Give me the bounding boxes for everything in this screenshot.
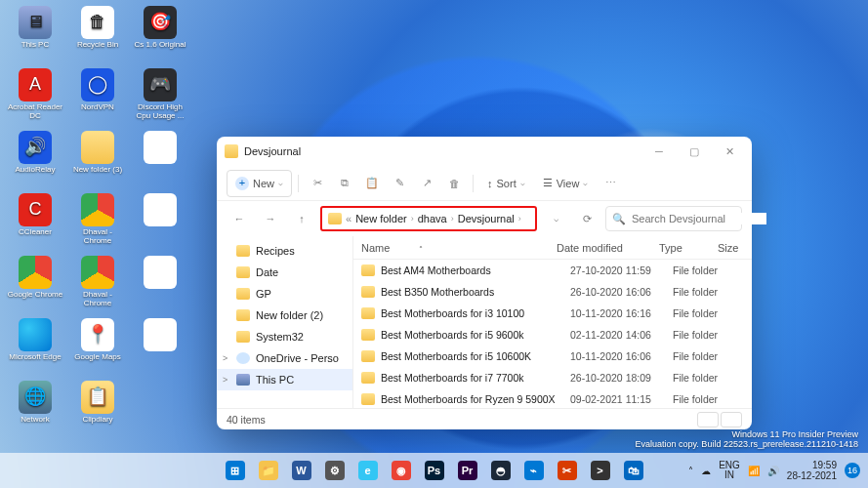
notification-badge[interactable]: 16	[845, 463, 860, 478]
file-row[interactable]: Best Motherboards for i3 10100 10-11-202…	[353, 303, 752, 324]
titlebar[interactable]: Devsjournal ─ ▢ ✕	[217, 137, 752, 166]
sidebar-item[interactable]: GP	[217, 283, 352, 305]
tray-cloud-icon[interactable]: ☁	[701, 466, 711, 476]
share-icon[interactable]: ↗	[414, 171, 439, 196]
clock[interactable]: 19:59 28-12-2021	[787, 460, 837, 481]
desktop-icon-acrobat[interactable]: AAcrobat Reader DC	[6, 68, 64, 127]
new-button[interactable]: + New ⌵	[227, 170, 292, 197]
maximize-button[interactable]: ▢	[680, 140, 709, 163]
taskbar-app-explorer[interactable]: 📁	[255, 457, 282, 484]
desktop-icon-dhaval-chrome[interactable]: Dhaval - Chrome	[68, 193, 127, 252]
system-tray[interactable]: ˄ ☁ ENG IN 📶 🔊 19:59 28-12-2021 16	[688, 460, 860, 481]
taskbar-app-store[interactable]: 🛍	[620, 457, 647, 484]
taskbar-app-terminal[interactable]: >	[587, 457, 614, 484]
tray-lang[interactable]: ENG IN	[719, 461, 740, 480]
up-button[interactable]: ↑	[289, 206, 314, 231]
sort-button[interactable]: ↕ Sort ⌵	[479, 170, 533, 197]
wifi-icon[interactable]: 📶	[748, 466, 760, 476]
file-row[interactable]: Best B350 Motherboards 26-10-2020 16:06 …	[353, 281, 752, 303]
breadcrumb-seg[interactable]: Devsjournal	[458, 213, 515, 224]
desktop-icon-blank3[interactable]	[131, 256, 189, 314]
thumb-view-toggle[interactable]	[721, 412, 742, 427]
more-icon[interactable]: ⋯	[598, 171, 623, 196]
breadcrumb-seg[interactable]: dhava	[418, 213, 447, 224]
sidebar-item[interactable]: System32	[217, 326, 352, 347]
search-box[interactable]: 🔍	[605, 206, 742, 231]
col-name[interactable]: Name	[361, 242, 390, 254]
cut-icon[interactable]: ✂	[305, 171, 330, 196]
taskbar-app-photoshop[interactable]: Ps	[421, 457, 448, 484]
taskbar-app-snip[interactable]: ✂	[554, 457, 581, 484]
acrobat-icon: A	[19, 68, 52, 102]
desktop-icon-blank2[interactable]	[131, 193, 189, 252]
col-type[interactable]: Type	[659, 242, 718, 254]
taskbar-app-chrome[interactable]: ◉	[388, 457, 415, 484]
column-headers[interactable]: Name˄ Date modified Type Size	[353, 236, 752, 260]
desktop-icon-dhaval-chrome2[interactable]: Dhaval - Chrome	[68, 256, 127, 314]
desktop-icon-cs16[interactable]: 🎯Cs 1.6 Original	[131, 6, 189, 64]
desktop-icon-audiorelay[interactable]: 🔊AudioRelay	[6, 131, 64, 189]
close-button[interactable]: ✕	[715, 140, 744, 163]
back-button[interactable]: ←	[227, 206, 252, 231]
desktop-icon-google-chrome[interactable]: Google Chrome	[6, 256, 64, 314]
paste-icon[interactable]: 📋	[359, 171, 385, 196]
desktop-icon-nordvpn[interactable]: ◯NordVPN	[68, 68, 127, 127]
desktop-icon-recycle-bin[interactable]: 🗑Recycle Bin	[68, 6, 127, 64]
recycle-bin-icon: 🗑	[81, 6, 114, 39]
rename-icon[interactable]: ✎	[387, 171, 412, 196]
file-row[interactable]: Best Motherboards for i5 10600K 10-11-20…	[353, 346, 752, 367]
chevron-right-icon: ›	[451, 214, 454, 224]
taskbar-app-vscode[interactable]: ⌁	[520, 457, 548, 484]
view-button[interactable]: ☰ View ⌵	[535, 170, 597, 197]
file-row[interactable]: Best Motherboards for i7 7700k 26-10-202…	[353, 367, 752, 388]
desktop-icon-network[interactable]: 🌐Network	[6, 381, 64, 439]
col-size[interactable]: Size	[718, 242, 738, 254]
desktop-icon-edge[interactable]: Microsoft Edge	[6, 318, 64, 377]
desktop-icon-discord[interactable]: 🎮Discord High Cpu Usage ...	[131, 68, 189, 127]
search-input[interactable]	[632, 213, 766, 224]
expand-caret-icon[interactable]: >	[223, 375, 227, 385]
address-bar[interactable]: « New folder › dhava › Devsjournal ›	[320, 206, 537, 231]
sidebar-item[interactable]: Recipes	[217, 240, 352, 262]
tray-chevron-icon[interactable]: ˄	[688, 466, 693, 476]
taskbar-app-premiere[interactable]: Pr	[454, 457, 481, 484]
desktop-icon-gmaps[interactable]: 📍Google Maps	[68, 318, 127, 377]
desktop-icon-label: Google Maps	[68, 353, 127, 362]
sidebar-item[interactable]: New folder (2)	[217, 305, 352, 326]
taskbar-app-start[interactable]: ⊞	[222, 457, 249, 484]
pc-icon	[236, 374, 250, 386]
minimize-button[interactable]: ─	[644, 140, 674, 163]
ccleaner-icon: C	[19, 193, 52, 226]
desktop-icon-clipdiary[interactable]: 📋Clipdiary	[68, 381, 127, 439]
dhaval-chrome-icon	[81, 193, 114, 226]
sidebar-item-label: Recipes	[256, 245, 295, 257]
taskbar-app-word[interactable]: W	[288, 457, 315, 484]
taskbar-app-edge[interactable]: e	[354, 457, 382, 484]
desktop-icon-ccleaner[interactable]: CCCleaner	[6, 193, 64, 252]
sidebar-item[interactable]: >This PC	[217, 369, 352, 390]
desktop-icon-blank1[interactable]	[131, 131, 189, 189]
sidebar-item[interactable]: Date	[217, 262, 352, 283]
file-row[interactable]: Best Motherboards for i5 9600k 02-11-202…	[353, 324, 752, 346]
sidebar-item-label: Date	[256, 266, 278, 278]
forward-button[interactable]: →	[258, 206, 283, 231]
file-row[interactable]: Best AM4 Motherboards 27-10-2020 11:59 F…	[353, 260, 752, 281]
taskbar-app-steam[interactable]: ◓	[487, 457, 515, 484]
refresh-button[interactable]: ⟳	[574, 206, 599, 231]
expand-caret-icon[interactable]: >	[223, 353, 227, 363]
copy-icon[interactable]: ⧉	[332, 171, 357, 196]
delete-icon[interactable]: 🗑	[441, 171, 467, 196]
sidebar-item[interactable]: >OneDrive - Perso	[217, 347, 352, 369]
desktop-icon-this-pc[interactable]: 🖥This PC	[6, 6, 64, 64]
taskbar-app-settings[interactable]: ⚙	[321, 457, 349, 484]
breadcrumb-seg[interactable]: New folder	[355, 213, 407, 224]
edge-icon: e	[358, 461, 378, 480]
col-date[interactable]: Date modified	[557, 242, 659, 254]
address-dropdown-button[interactable]: ⌵	[543, 206, 568, 231]
desktop-icon-blank4[interactable]	[131, 318, 189, 377]
file-row[interactable]: Best Motherboards for Ryzen 9 5900X 09-0…	[353, 388, 752, 408]
nav-pane: RecipesDateGPNew folder (2)System32>OneD…	[217, 236, 353, 408]
desktop-icon-newfolder3[interactable]: New folder (3)	[68, 131, 127, 189]
details-view-toggle[interactable]	[697, 412, 719, 427]
volume-icon[interactable]: 🔊	[767, 466, 779, 476]
